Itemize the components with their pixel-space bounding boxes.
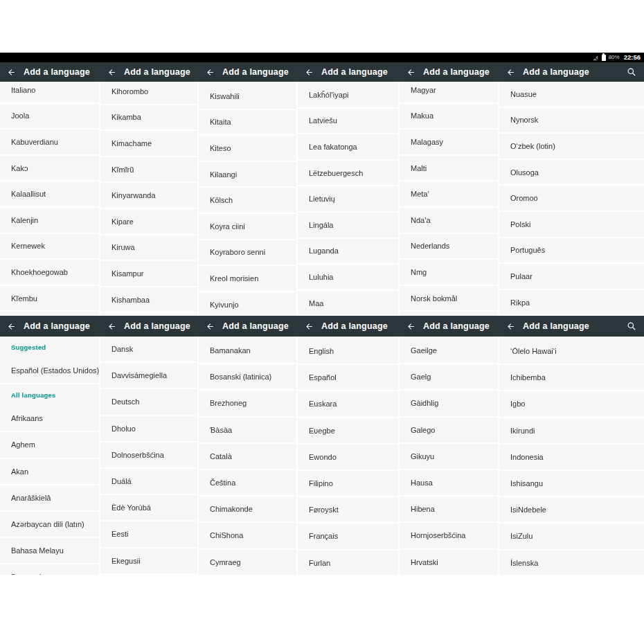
language-list[interactable]: KiswahiliKitaitaKitesoKɨlaangiKölschKoyr… — [199, 82, 298, 316]
search-icon[interactable] — [627, 321, 636, 331]
language-item[interactable]: Kitaita — [199, 110, 296, 136]
language-item[interactable]: Chimakonde — [199, 497, 296, 523]
language-list[interactable]: KihoromboKikambaKimachameKĩmĩrũKinyarwan… — [100, 82, 199, 316]
back-arrow-icon[interactable] — [406, 68, 415, 77]
language-item[interactable]: Cymraeg — [199, 550, 296, 575]
language-item[interactable]: Magyar — [400, 82, 498, 104]
language-item[interactable]: Luluhia — [298, 265, 398, 291]
language-item[interactable]: Nuasue — [499, 82, 644, 108]
language-item[interactable]: Lingála — [298, 213, 398, 239]
language-item[interactable]: Kreol morisien — [199, 266, 296, 292]
language-item[interactable]: Gaelg — [400, 364, 498, 391]
language-item[interactable]: Brezhoneg — [199, 391, 296, 417]
language-item[interactable]: Kiruwa — [100, 235, 197, 262]
language-item[interactable]: Kalaallisut — [0, 181, 99, 208]
language-item[interactable]: Ewondo — [298, 445, 398, 471]
language-item[interactable]: Galego — [400, 418, 498, 444]
language-item[interactable]: Azərbaycan dili (latın) — [0, 512, 99, 538]
language-item[interactable]: Kiswahili — [199, 84, 296, 110]
back-arrow-icon[interactable] — [305, 68, 314, 77]
back-arrow-icon[interactable] — [406, 322, 415, 331]
language-item[interactable]: Bamanakan — [199, 338, 296, 364]
language-item[interactable]: Hausa — [400, 470, 498, 497]
back-arrow-icon[interactable] — [7, 322, 16, 331]
language-item[interactable]: Kisampur — [100, 261, 197, 287]
language-item[interactable]: Indonesia — [499, 445, 644, 471]
back-arrow-icon[interactable] — [506, 68, 515, 77]
language-item[interactable]: Nmg — [400, 260, 498, 286]
language-list[interactable]: LakȟólʼiyapiLatviešuLea fakatongaLëtzebu… — [298, 82, 400, 316]
language-item[interactable]: Lakȟólʼiyapi — [298, 82, 398, 109]
language-item[interactable]: Maa — [298, 291, 398, 316]
language-list[interactable]: GaeilgeGaelgGàidhligGalegoGikuyuHausaHib… — [400, 337, 499, 575]
language-list[interactable]: ItalianoJoolaKabuverdianuKakɔKalaallisut… — [0, 82, 100, 316]
language-item[interactable]: Français — [298, 524, 398, 550]
language-item[interactable]: Malti — [400, 156, 498, 182]
language-item[interactable]: Kikamba — [100, 105, 197, 132]
language-item[interactable]: Èdè Yorùbá — [100, 495, 197, 521]
language-item[interactable]: Deutsch — [100, 389, 197, 415]
language-item[interactable]: Ɓàsàa — [199, 418, 296, 444]
language-item[interactable]: Kinyarwanda — [100, 183, 197, 209]
language-item[interactable]: Gaeilge — [400, 338, 498, 364]
language-item[interactable]: Italiano — [0, 82, 99, 104]
language-item[interactable]: Gàidhlig — [400, 391, 498, 417]
language-item[interactable]: English — [298, 339, 398, 365]
language-item[interactable]: Hornjoserbšćina — [400, 523, 498, 549]
language-item[interactable]: Føroyskt — [298, 497, 398, 524]
back-arrow-icon[interactable] — [206, 68, 215, 77]
language-item[interactable]: Polski — [499, 212, 644, 238]
language-item[interactable]: Ichibemba — [499, 365, 644, 391]
language-item[interactable]: Català — [199, 444, 296, 470]
language-list[interactable]: ʻŌlelo HawaiʻiIchibembaIgboIkirundiIndon… — [499, 337, 644, 575]
language-item[interactable]: Oʻzbek (lotin) — [499, 134, 644, 160]
language-item[interactable]: Kernewek — [0, 234, 99, 260]
language-item[interactable]: Lietuvių — [298, 186, 398, 213]
language-item[interactable]: Español (Estados Unidos) — [0, 358, 99, 384]
language-item[interactable]: Bamanakan — [0, 564, 99, 575]
language-item[interactable]: Lea fakatonga — [298, 134, 398, 161]
language-item[interactable]: Ishisangu — [499, 471, 644, 497]
language-item[interactable]: Hibena — [400, 497, 498, 523]
language-item[interactable]: Dansk — [100, 337, 197, 363]
back-arrow-icon[interactable] — [305, 322, 314, 331]
language-item[interactable]: Euskara — [298, 391, 398, 418]
language-item[interactable]: Nynorsk — [499, 108, 644, 134]
language-item[interactable]: Íslenska — [499, 551, 644, 575]
language-item[interactable]: Kishambaa — [100, 287, 197, 314]
language-item[interactable]: Latviešu — [298, 109, 398, 135]
language-item[interactable]: Anarâškielâ — [0, 485, 99, 512]
language-list[interactable]: NuasueNynorskOʻzbek (lotin)OlusogaOromoo… — [499, 82, 644, 316]
back-arrow-icon[interactable] — [7, 68, 16, 77]
language-item[interactable]: Ekegusii — [100, 548, 197, 575]
language-list[interactable]: DanskDavvisámegiellaDeutschDholuoDolnose… — [100, 337, 199, 575]
language-item[interactable]: Igbo — [499, 391, 644, 418]
search-icon[interactable] — [627, 67, 636, 77]
language-item[interactable]: Afrikaans — [0, 406, 99, 432]
language-item[interactable]: Kimachame — [100, 131, 197, 157]
language-item[interactable]: Kɨlaangi — [199, 162, 296, 188]
language-item[interactable]: Español — [298, 365, 398, 391]
language-item[interactable]: Koyraboro senni — [199, 240, 296, 267]
language-item[interactable]: Eʋegbe — [298, 418, 398, 445]
language-list[interactable]: MagyarMakuaMalagasyMaltiMetaʼNdaʼaNederl… — [400, 82, 499, 316]
language-item[interactable]: Kabuverdianu — [0, 129, 99, 156]
language-item[interactable]: Kĩembu — [0, 286, 99, 312]
language-item[interactable]: Norsk bokmål — [400, 286, 498, 312]
language-list[interactable]: BamanakanBosanski (latinica)BrezhonegƁàs… — [199, 337, 298, 575]
language-item[interactable]: Ikirundi — [499, 418, 644, 445]
language-item[interactable]: Hrvatski — [400, 550, 498, 575]
language-item[interactable]: Kihorombo — [100, 82, 197, 105]
back-arrow-icon[interactable] — [107, 322, 116, 331]
back-arrow-icon[interactable] — [206, 322, 215, 331]
language-item[interactable]: Bosanski (latinica) — [199, 364, 296, 391]
language-item[interactable]: Furlan — [298, 551, 398, 575]
language-list[interactable]: EnglishEspañolEuskaraEʋegbeEwondoFilipin… — [298, 337, 400, 575]
language-item[interactable]: Malagasy — [400, 129, 498, 156]
language-item[interactable]: Luganda — [298, 239, 398, 265]
language-item[interactable]: Dholuo — [100, 416, 197, 442]
language-item[interactable]: Ndaʼa — [400, 208, 498, 234]
language-item[interactable]: Kyivunjo — [199, 292, 296, 316]
language-item[interactable]: Bahasa Melayu — [0, 538, 99, 564]
language-item[interactable]: Koyra ciini — [199, 214, 296, 240]
